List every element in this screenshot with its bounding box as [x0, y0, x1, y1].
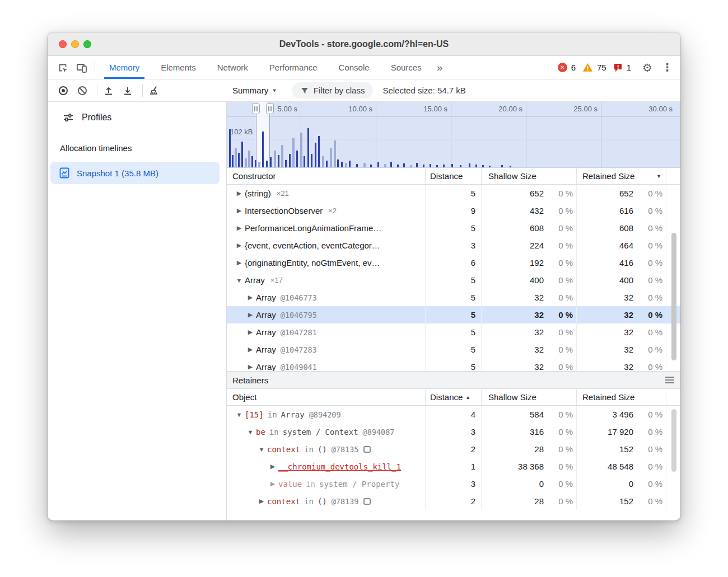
retainer-edge-name: context — [267, 445, 300, 454]
tab-console[interactable]: Console — [328, 56, 380, 79]
retained-size-cell: 464 0 % — [576, 237, 666, 254]
disclosure-arrow-icon[interactable]: ▶ — [246, 363, 255, 370]
issues-icon[interactable] — [613, 63, 623, 72]
settings-gear-icon[interactable]: ⚙ — [642, 61, 652, 74]
disclosure-arrow-icon[interactable]: ▶ — [268, 480, 277, 487]
more-tabs-icon[interactable]: » — [432, 62, 447, 74]
retained-size-percent: 0 % — [633, 362, 662, 371]
vertical-scrollbar[interactable] — [671, 409, 676, 472]
constructor-row[interactable]: ▶ Array @1046773 5 32 0 % 32 0 % — [227, 289, 680, 306]
disclosure-arrow-icon[interactable]: ▼ — [235, 411, 244, 418]
disclosure-arrow-icon[interactable]: ▼ — [235, 277, 244, 284]
retainer-row[interactable]: ▼ context in () @78135 2 28 0 % 152 0 % — [227, 440, 680, 458]
disclosure-arrow-icon[interactable]: ▶ — [235, 207, 244, 214]
row-gutter — [666, 202, 680, 219]
tab-memory[interactable]: Memory — [99, 56, 150, 79]
warning-count[interactable]: 75 — [597, 63, 606, 72]
disclosure-arrow-icon[interactable]: ▶ — [257, 498, 266, 505]
disclosure-arrow-icon[interactable]: ▶ — [235, 190, 244, 197]
vertical-scrollbar[interactable] — [671, 233, 676, 360]
error-count-icon[interactable]: ✕ — [558, 63, 567, 72]
minimize-window-button[interactable] — [71, 40, 79, 48]
disclosure-arrow-icon[interactable]: ▶ — [268, 463, 277, 470]
shallow-size-percent: 0 % — [544, 479, 573, 489]
disclosure-arrow-icon[interactable]: ▶ — [246, 294, 255, 301]
inspect-element-icon[interactable] — [53, 59, 72, 76]
shallow-size-percent: 0 % — [544, 427, 573, 437]
disclosure-arrow-icon[interactable]: ▶ — [246, 329, 255, 336]
tune-sliders-icon — [62, 111, 74, 124]
disclosure-arrow-icon[interactable]: ▶ — [235, 259, 244, 266]
allocation-bar — [270, 157, 272, 167]
error-count[interactable]: 6 — [571, 63, 576, 72]
column-header-distance[interactable]: Distance ▲ — [425, 389, 481, 405]
sidebar-item-snapshot-1[interactable]: Snapshot 1 (35.8 MB) — [50, 162, 220, 184]
warning-count-icon[interactable] — [582, 63, 593, 72]
allocation-bar — [296, 151, 298, 167]
constructor-row[interactable]: ▶ Array @1046795 5 32 0 % 32 0 % — [227, 306, 680, 323]
constructor-row[interactable]: ▶ Array @1047281 5 32 0 % 32 0 % — [227, 323, 680, 341]
retained-size-cell: 32 0 % — [576, 358, 666, 371]
issues-count[interactable]: 1 — [627, 63, 631, 72]
constructor-row[interactable]: ▶ PerformanceLongAnimationFrame… 5 608 0… — [227, 219, 680, 237]
constructor-row[interactable]: ▶ {originatingEntity, noGtmEvent, ev… 6 … — [227, 254, 680, 271]
titlebar[interactable]: DevTools - store.google.com/?hl=en-US — [48, 32, 680, 56]
constructor-row[interactable]: ▶ (string) ×21 5 652 0 % 652 0 % — [227, 185, 680, 202]
tab-elements[interactable]: Elements — [150, 56, 207, 79]
constructor-row[interactable]: ▶ IntersectionObserver ×2 9 432 0 % 616 … — [227, 202, 680, 219]
retainers-title: Retainers — [232, 376, 268, 385]
perspective-select[interactable]: Summary ▾ — [232, 86, 276, 95]
zoom-window-button[interactable] — [83, 40, 91, 48]
disclosure-arrow-icon[interactable]: ▶ — [235, 242, 244, 249]
column-header-distance[interactable]: Distance — [425, 168, 481, 184]
more-options-icon[interactable]: ⋮ — [662, 61, 673, 74]
memory-toolbar: Summary ▾ Filter by class Selected size:… — [48, 79, 680, 102]
retainer-row[interactable]: ▼ be in system / Context @894087 3 316 0… — [227, 423, 680, 440]
column-header-object[interactable]: Object — [227, 389, 425, 405]
allocation-bar — [403, 163, 405, 167]
disclosure-arrow-icon[interactable]: ▶ — [235, 224, 244, 232]
column-header-retained-size[interactable]: Retained Size — [576, 389, 666, 405]
column-header-shallow-size[interactable]: Shallow Size — [481, 389, 576, 405]
disclosure-arrow-icon[interactable]: ▶ — [246, 311, 255, 318]
traffic-lights — [59, 32, 91, 55]
retainer-row[interactable]: ▶ __chromium_devtools_kill_1 1 38 368 0 … — [227, 458, 680, 475]
retained-size-cell: 32 0 % — [576, 323, 666, 341]
selection-handle-left[interactable] — [252, 103, 260, 114]
retainers-menu-icon[interactable] — [665, 376, 675, 384]
device-toolbar-icon[interactable] — [72, 59, 91, 76]
snapshot-document-icon — [58, 167, 71, 179]
close-window-button[interactable] — [59, 40, 67, 48]
clear-profiles-icon[interactable] — [74, 83, 90, 98]
constructor-row[interactable]: ▶ {event, eventAction, eventCategor… 3 2… — [227, 237, 680, 254]
load-profile-icon[interactable] — [101, 83, 116, 98]
retainer-row[interactable]: ▶ value in system / Property 3 0 0 % 0 0… — [227, 475, 680, 492]
class-filter-input[interactable]: Filter by class — [292, 82, 374, 98]
constructor-row[interactable]: ▼ Array ×17 5 400 0 % 400 0 % — [227, 271, 680, 289]
function-location-icon[interactable] — [363, 498, 371, 505]
tab-performance[interactable]: Performance — [259, 56, 328, 79]
column-header-shallow-size[interactable]: Shallow Size — [481, 168, 576, 184]
shallow-size-value: 28 — [534, 496, 544, 506]
retainer-row[interactable]: ▼ [15] in Array @894209 4 584 0 % 3 496 … — [227, 406, 680, 423]
constructor-row[interactable]: ▶ Array @1047283 5 32 0 % 32 0 % — [227, 341, 680, 358]
constructor-row[interactable]: ▶ Array @1049041 5 32 0 % 32 0 % — [227, 358, 680, 371]
disclosure-arrow-icon[interactable]: ▼ — [257, 446, 266, 453]
collect-garbage-broom-icon[interactable] — [146, 83, 162, 98]
shallow-size-percent: 0 % — [544, 310, 573, 320]
tab-network[interactable]: Network — [207, 56, 259, 79]
disclosure-arrow-icon[interactable]: ▼ — [246, 429, 255, 435]
distance-value: 9 — [425, 202, 481, 219]
shallow-size-value: 32 — [534, 345, 544, 354]
record-heap-icon[interactable] — [55, 83, 71, 98]
timeline-overview[interactable]: 102 kB 5.00 s10.00 s15.00 s20.00 s25.00 … — [227, 102, 680, 168]
retainer-row[interactable]: ▶ context in () @78139 2 28 0 % 152 0 % — [227, 492, 680, 510]
disclosure-arrow-icon[interactable]: ▶ — [246, 346, 255, 353]
column-header-retained-size[interactable]: Retained Size ▼ — [576, 168, 666, 184]
selection-handle-right[interactable] — [266, 103, 274, 114]
column-header-constructor[interactable]: Constructor — [227, 168, 425, 184]
function-location-icon[interactable] — [363, 446, 371, 453]
tab-sources[interactable]: Sources — [380, 56, 432, 79]
save-profile-icon[interactable] — [120, 83, 136, 98]
shallow-size-cell: 224 0 % — [481, 237, 576, 254]
